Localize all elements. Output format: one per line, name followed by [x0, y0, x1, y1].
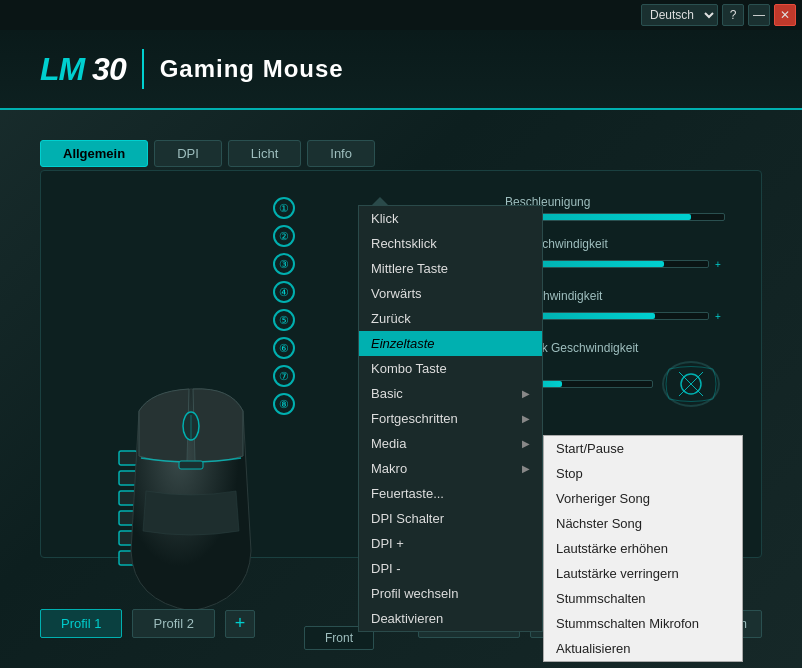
- button-circle-3: ③: [273, 253, 295, 275]
- sliders-area: Beschleunigung ...rrgeschwindigkeit ① + …: [505, 195, 792, 425]
- cursor-speed-label: ...rrgeschwindigkeit: [505, 237, 792, 251]
- submenu-item-lautstarke-erhohen[interactable]: Lautstärke erhöhen: [544, 536, 742, 561]
- button-circle-4: ④: [273, 281, 295, 303]
- app-logo: LM 30: [40, 51, 126, 88]
- button-circle-5: ⑤: [273, 309, 295, 331]
- scroll-speed-label: ...lgeschwindigkeit: [505, 289, 792, 303]
- acceleration-row: Beschleunigung: [505, 195, 792, 221]
- button-circle-8: ⑧: [273, 393, 295, 415]
- minimize-button[interactable]: —: [748, 4, 770, 26]
- dropdown-item-rechtsklick[interactable]: Rechtsklick: [359, 231, 542, 256]
- submenu-item-start-pause[interactable]: Start/Pause: [544, 436, 742, 461]
- button-item-8: ⑧: [273, 391, 295, 417]
- svg-rect-0: [119, 451, 137, 465]
- button-circle-6: ⑥: [273, 337, 295, 359]
- dropdown-item-zuruck[interactable]: Zurück: [359, 306, 542, 331]
- button-item-2: ②: [273, 223, 295, 249]
- submenu-item-stop[interactable]: Stop: [544, 461, 742, 486]
- button-list: ① ② ③ ④ ⑤ ⑥ ⑦ ⑧: [273, 195, 295, 417]
- scroll-speed-track[interactable]: [529, 312, 709, 320]
- tabs-bar: Allgemein DPI Licht Info: [40, 140, 375, 167]
- dropdown-item-media[interactable]: Media ▶: [359, 431, 542, 456]
- button-circle-7: ⑦: [273, 365, 295, 387]
- scroll-speed-row: ...lgeschwindigkeit ① +: [505, 289, 792, 325]
- cursor-speed-track[interactable]: [529, 260, 709, 268]
- dropdown-item-einzeltaste[interactable]: Einzeltaste: [359, 331, 542, 356]
- dropdown-arrow-up: [372, 197, 388, 205]
- submenu-item-vorheriger-song[interactable]: Vorheriger Song: [544, 486, 742, 511]
- dropdown-item-vorwarts[interactable]: Vorwärts: [359, 281, 542, 306]
- submenu-item-nachster-song[interactable]: Nächster Song: [544, 511, 742, 536]
- tab-dpi[interactable]: DPI: [154, 140, 222, 167]
- submenu-arrow-makro: ▶: [522, 463, 530, 474]
- app-title: Gaming Mouse: [160, 55, 344, 83]
- help-button[interactable]: ?: [722, 4, 744, 26]
- submenu-item-aktualisieren[interactable]: Aktualisieren: [544, 636, 742, 661]
- dropdown-item-dpi-minus[interactable]: DPI -: [359, 556, 542, 581]
- dropdown-item-dpi-schalter[interactable]: DPI Schalter: [359, 506, 542, 531]
- tab-allgemein[interactable]: Allgemein: [40, 140, 148, 167]
- add-profile-button[interactable]: +: [225, 610, 255, 638]
- dropdown-item-klick[interactable]: Klick: [359, 206, 542, 231]
- svg-rect-8: [179, 461, 203, 469]
- button-item-6: ⑥: [273, 335, 295, 361]
- profile2-button[interactable]: Profil 2: [132, 609, 214, 638]
- dropdown-item-profil-wechseln[interactable]: Profil wechseln: [359, 581, 542, 606]
- mouse-image-area: [81, 361, 301, 641]
- mouse-svg: [111, 371, 271, 631]
- button-item-5: ⑤: [273, 307, 295, 333]
- tab-info[interactable]: Info: [307, 140, 375, 167]
- scroll-visual-svg: [659, 359, 724, 409]
- language-select[interactable]: Deutsch English Français: [641, 4, 718, 26]
- button-circle-2: ②: [273, 225, 295, 247]
- cursor-speed-fill: [530, 261, 664, 267]
- button-item-7: ⑦: [273, 363, 295, 389]
- header-divider: [142, 49, 144, 89]
- submenu-item-lautstarke-verringern[interactable]: Lautstärke verringern: [544, 561, 742, 586]
- submenu-item-stummschalten-mikrofon[interactable]: Stummschalten Mikrofon: [544, 611, 742, 636]
- acceleration-label: Beschleunigung: [505, 195, 792, 209]
- titlebar: Deutsch English Français ? — ✕: [0, 0, 802, 30]
- header: LM 30 Gaming Mouse: [0, 30, 802, 110]
- close-button[interactable]: ✕: [774, 4, 796, 26]
- submenu-media: Start/Pause Stop Vorheriger Song Nächste…: [543, 435, 743, 662]
- button-item-1: ①: [273, 195, 295, 221]
- dropdown-item-kombo-taste[interactable]: Kombo Taste: [359, 356, 542, 381]
- dropdown-item-feuertaste[interactable]: Feuertaste...: [359, 481, 542, 506]
- double-click-label: ...elklick Geschwindigkeit: [505, 341, 792, 355]
- dropdown-item-dpi-plus[interactable]: DPI +: [359, 531, 542, 556]
- dropdown-item-deaktivieren[interactable]: Deaktivieren: [359, 606, 542, 631]
- button-item-4: ④: [273, 279, 295, 305]
- tab-licht[interactable]: Licht: [228, 140, 301, 167]
- cursor-speed-row: ...rrgeschwindigkeit ① +: [505, 237, 792, 273]
- dropdown-item-fortgeschritten[interactable]: Fortgeschritten ▶: [359, 406, 542, 431]
- double-click-row: ...elklick Geschwindigkeit: [505, 341, 792, 409]
- svg-rect-1: [119, 471, 137, 485]
- profile1-button[interactable]: Profil 1: [40, 609, 122, 638]
- submenu-arrow-media: ▶: [522, 438, 530, 449]
- submenu-arrow-basic: ▶: [522, 388, 530, 399]
- dropdown-item-mittlere-taste[interactable]: Mittlere Taste: [359, 256, 542, 281]
- button-circle-1: ①: [273, 197, 295, 219]
- submenu-item-stummschalten[interactable]: Stummschalten: [544, 586, 742, 611]
- submenu-arrow-fortgeschritten: ▶: [522, 413, 530, 424]
- dropdown-item-makro[interactable]: Makro ▶: [359, 456, 542, 481]
- scroll-speed-fill: [530, 313, 655, 319]
- button-item-3: ③: [273, 251, 295, 277]
- dropdown-menu: Klick Rechtsklick Mittlere Taste Vorwärt…: [358, 205, 543, 632]
- dropdown-item-basic[interactable]: Basic ▶: [359, 381, 542, 406]
